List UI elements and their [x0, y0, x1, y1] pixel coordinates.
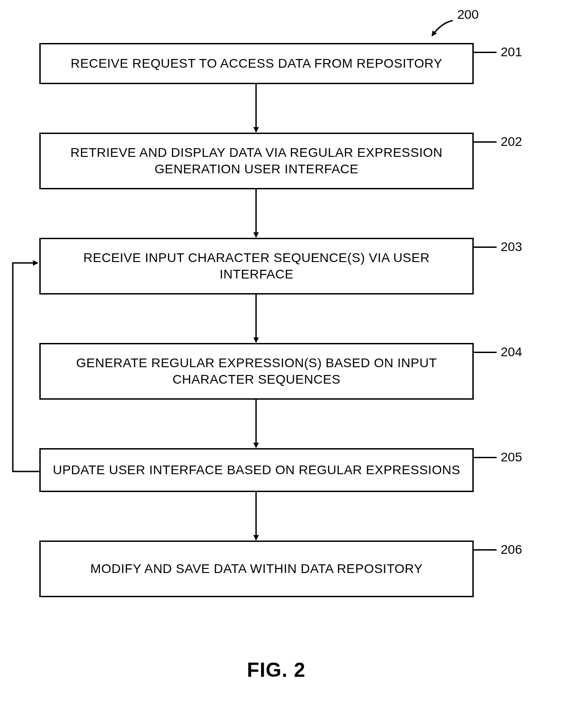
step-206-text: MODIFY AND SAVE DATA WITHIN DATA REPOSIT…: [91, 561, 423, 577]
step-202-text: RETRIEVE AND DISPLAY DATA VIA REGULAR EX…: [50, 145, 463, 178]
ref-206: 206: [501, 542, 522, 557]
loopback-arrow: [13, 263, 39, 471]
ref-204: 204: [501, 345, 522, 359]
ref-203: 203: [501, 240, 522, 254]
step-203-text: RECEIVE INPUT CHARACTER SEQUENCE(S) VIA …: [50, 250, 463, 283]
ref-202: 202: [501, 134, 522, 149]
step-204-text: GENERATE REGULAR EXPRESSION(S) BASED ON …: [50, 355, 463, 388]
step-203: RECEIVE INPUT CHARACTER SEQUENCE(S) VIA …: [39, 238, 474, 294]
figure-ref-pointer: [432, 21, 453, 36]
step-206: MODIFY AND SAVE DATA WITHIN DATA REPOSIT…: [39, 541, 474, 597]
ref-tick-202: [474, 141, 497, 143]
ref-tick-201: [474, 52, 497, 53]
figure-ref-200: 200: [457, 7, 479, 22]
ref-tick-205: [474, 457, 497, 458]
step-204: GENERATE REGULAR EXPRESSION(S) BASED ON …: [39, 343, 474, 400]
ref-201: 201: [501, 45, 522, 59]
step-205: UPDATE USER INTERFACE BASED ON REGULAR E…: [39, 448, 474, 492]
ref-tick-204: [474, 352, 497, 353]
figure-caption: FIG. 2: [247, 658, 305, 681]
step-205-text: UPDATE USER INTERFACE BASED ON REGULAR E…: [53, 462, 460, 478]
step-201: RECEIVE REQUEST TO ACCESS DATA FROM REPO…: [39, 43, 474, 84]
step-202: RETRIEVE AND DISPLAY DATA VIA REGULAR EX…: [39, 133, 474, 189]
step-201-text: RECEIVE REQUEST TO ACCESS DATA FROM REPO…: [71, 55, 443, 72]
ref-tick-203: [474, 246, 497, 248]
ref-tick-206: [474, 549, 497, 551]
ref-205: 205: [501, 450, 522, 465]
flowchart-canvas: 200 RECEIVE REQUEST TO ACCESS DATA FROM …: [0, 0, 567, 728]
